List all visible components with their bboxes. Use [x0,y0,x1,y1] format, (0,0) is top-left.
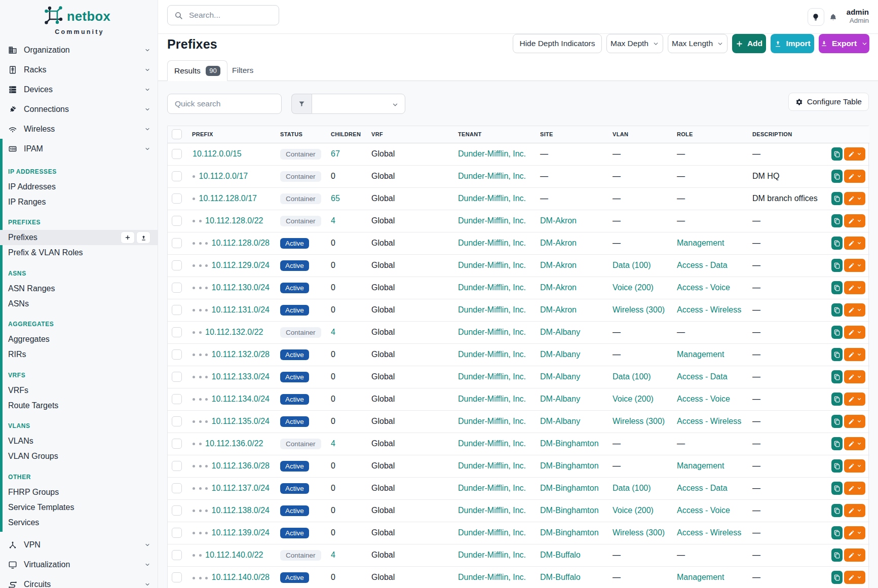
svg-text:netbox: netbox [67,9,110,23]
